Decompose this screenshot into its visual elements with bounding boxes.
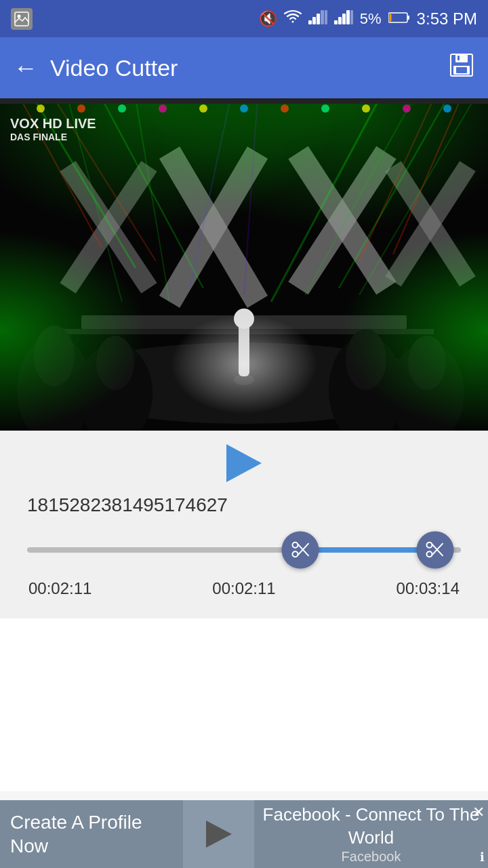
svg-rect-73 — [0, 98, 488, 431]
video-thumbnail: VOX HD LIVE DAS FINALE — [0, 98, 488, 431]
signal2-icon — [334, 9, 353, 28]
svg-rect-4 — [317, 14, 320, 24]
ad-right-sub: Facebook — [342, 849, 401, 865]
scissors-left-handle[interactable] — [282, 531, 319, 568]
svg-rect-11 — [350, 10, 353, 24]
status-left — [11, 8, 33, 30]
svg-point-75 — [292, 551, 298, 557]
status-bar: 🔇 — [0, 0, 488, 37]
svg-rect-19 — [458, 56, 460, 60]
ad-close-button[interactable]: ✕ — [472, 804, 485, 821]
svg-rect-10 — [346, 10, 350, 24]
ad-left-text: Create A Profile Now — [10, 810, 173, 858]
file-id: 1815282381495174627 — [27, 494, 461, 516]
ad-right-title: Facebook - Connect To The World — [260, 804, 483, 850]
timestamps: 00:02:11 00:02:11 00:03:14 — [27, 579, 461, 598]
battery-icon — [388, 10, 410, 28]
svg-rect-18 — [456, 67, 467, 73]
ad-banner[interactable]: Create A Profile Now Facebook - Connect … — [0, 800, 488, 868]
ad-left[interactable]: Create A Profile Now — [0, 800, 183, 868]
scissors-right-handle[interactable] — [416, 531, 453, 568]
signal-icon — [308, 9, 327, 28]
svg-rect-7 — [334, 20, 338, 24]
svg-point-78 — [427, 542, 432, 548]
svg-rect-13 — [407, 16, 409, 20]
svg-rect-14 — [389, 14, 391, 21]
app-title: Video Cutter — [50, 55, 178, 81]
ad-arrow[interactable] — [183, 800, 254, 868]
status-time: 3:53 PM — [417, 9, 477, 28]
app-bar-left: ← Video Cutter — [14, 54, 178, 82]
ad-info-button[interactable]: ℹ — [480, 850, 485, 865]
svg-point-79 — [427, 551, 432, 557]
watermark-line2: DAS FINALE — [10, 132, 96, 143]
svg-point-74 — [292, 542, 298, 548]
wifi-icon — [284, 9, 302, 28]
timestamp-middle: 00:02:11 — [212, 579, 275, 598]
save-button[interactable] — [449, 52, 474, 84]
ad-right[interactable]: Facebook - Connect To The World Facebook… — [254, 800, 488, 868]
white-space — [0, 618, 488, 791]
svg-rect-16 — [455, 54, 468, 62]
timeline-scrubber[interactable] — [27, 531, 461, 568]
mute-icon: 🔇 — [259, 10, 277, 28]
arrow-right-icon — [206, 821, 232, 848]
watermark-line1: VOX HD LIVE — [10, 115, 96, 132]
image-icon — [11, 8, 33, 30]
svg-rect-8 — [338, 17, 342, 24]
video-watermark: VOX HD LIVE DAS FINALE — [10, 115, 96, 143]
play-button-container — [27, 444, 461, 482]
svg-rect-6 — [325, 10, 327, 24]
svg-rect-2 — [308, 20, 312, 24]
status-right: 🔇 — [259, 9, 477, 28]
svg-rect-5 — [321, 10, 324, 24]
play-button[interactable] — [226, 444, 262, 482]
app-bar: ← Video Cutter — [0, 37, 488, 98]
video-area: VOX HD LIVE DAS FINALE — [0, 98, 488, 431]
back-button[interactable]: ← — [14, 54, 38, 82]
svg-rect-3 — [312, 17, 316, 24]
timestamp-start: 00:02:11 — [28, 579, 92, 598]
svg-rect-9 — [342, 14, 346, 24]
battery-percent: 5% — [360, 10, 382, 28]
controls-area: 1815282381495174627 00:02:11 00:02:1 — [0, 431, 488, 618]
svg-point-1 — [18, 14, 21, 18]
timestamp-end: 00:03:14 — [396, 579, 460, 598]
